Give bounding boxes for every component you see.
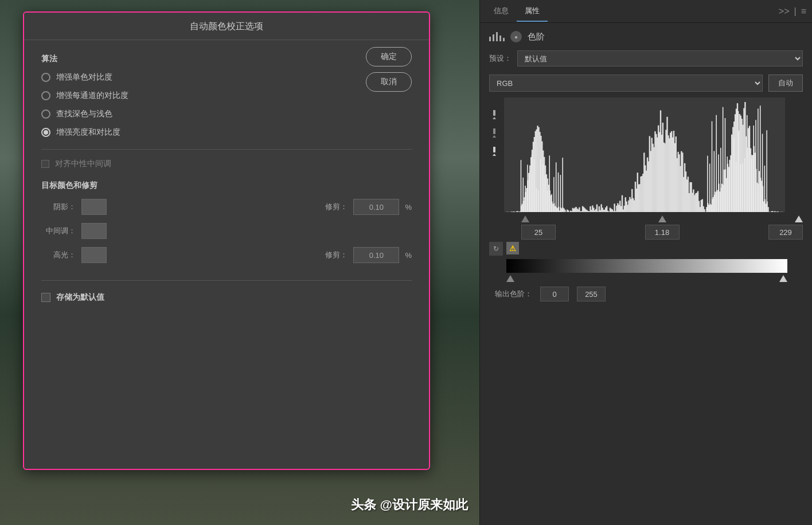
neutral-midtone-checkbox[interactable] (41, 160, 49, 168)
highlight-clip-input[interactable] (353, 247, 399, 263)
right-panel: 信息 属性 >> | ≡ ● 色 (479, 0, 812, 525)
svg-rect-4 (493, 147, 495, 152)
eyedropper-tools (489, 97, 499, 156)
white-eyedropper-icon (489, 146, 499, 156)
black-point-eyedropper[interactable] (489, 109, 499, 119)
radio-circle-0 (41, 73, 50, 82)
save-default-label: 存储为默认值 (56, 292, 104, 303)
tab-icons: >> | ≡ (779, 6, 806, 17)
highlight-label: 高光： (41, 250, 76, 260)
shadow-clip-input[interactable] (353, 199, 399, 215)
dialog-body: 确定 取消 算法 增强单色对比度 增强每通道的对比度 (24, 40, 429, 320)
panel-tabs: 信息 属性 >> | ≡ (480, 0, 812, 23)
dialog-title: 自动颜色校正选项 (24, 13, 429, 40)
radio-item-2[interactable]: 查找深色与浅色 (41, 109, 412, 119)
target-section-header: 目标颜色和修剪 (41, 181, 412, 191)
refresh-icon: ↻ (493, 245, 499, 253)
histogram-section (489, 97, 803, 242)
white-point-eyedropper[interactable] (489, 146, 499, 156)
white-input-slider[interactable] (795, 216, 803, 222)
midtone-label: 中间调： (41, 226, 76, 236)
save-default-row[interactable]: 存储为默认值 (41, 280, 412, 303)
menu-icon[interactable]: ≡ (801, 6, 806, 17)
radio-label-2: 查找深色与浅色 (56, 109, 112, 119)
gray-point-eyedropper[interactable] (489, 127, 499, 138)
black-eyedropper-icon (489, 109, 499, 119)
svg-rect-0 (493, 110, 495, 116)
neutral-midtone-row[interactable]: 对齐中性中间调 (41, 159, 412, 169)
shadow-percent: % (405, 203, 412, 211)
shadow-row: 阴影： 修剪： % (41, 199, 412, 215)
panel-content: ● 色阶 预设： 默认值 RGB 自动 (480, 23, 812, 525)
svg-marker-5 (493, 154, 496, 156)
ok-button[interactable]: 确定 (366, 47, 412, 66)
svg-marker-3 (493, 135, 496, 138)
shadow-color-swatch[interactable] (81, 199, 107, 215)
output-row: 输出色阶： (489, 282, 803, 301)
tab-info[interactable]: 信息 (486, 1, 517, 22)
auto-button[interactable]: 自动 (768, 75, 803, 92)
circle-inner: ● (514, 34, 518, 40)
preset-row: 预设： 默认值 (489, 50, 803, 66)
radio-label-1: 增强每通道的对比度 (56, 91, 128, 101)
output-label: 输出色阶： (495, 289, 532, 299)
bar4 (499, 36, 501, 41)
radio-item-3[interactable]: 增强亮度和对比度 (41, 127, 412, 138)
midtone-color-swatch[interactable] (81, 223, 107, 239)
expand-icon[interactable]: >> (779, 6, 790, 17)
highlight-row: 高光： 修剪： % (41, 247, 412, 263)
radio-circle-3 (41, 128, 50, 137)
highlight-color-swatch[interactable] (81, 247, 107, 263)
radio-circle-2 (41, 109, 50, 119)
left-area: 自动颜色校正选项 确定 取消 算法 增强单色对比度 增强每通道的对 (0, 0, 479, 525)
radio-label-3: 增强亮度和对比度 (56, 127, 120, 138)
shadow-clip-label: 修剪： (325, 202, 348, 212)
svg-marker-1 (493, 117, 496, 119)
bar5 (503, 38, 505, 41)
radio-label-0: 增强单色对比度 (56, 72, 112, 83)
input-values (504, 222, 803, 242)
action-buttons: 确定 取消 (366, 47, 412, 92)
black-output-slider[interactable] (506, 275, 514, 282)
histogram-canvas (504, 97, 785, 212)
levels-header: ● 色阶 (489, 31, 803, 42)
auto-color-dialog: 自动颜色校正选项 确定 取消 算法 增强单色对比度 增强每通道的对 (23, 11, 430, 470)
histogram-icon (489, 32, 505, 41)
mid-input-slider[interactable] (658, 216, 666, 222)
circle-icon: ● (510, 31, 522, 42)
histogram-wrapper (504, 97, 803, 242)
white-point-input[interactable] (768, 225, 803, 240)
output-sliders (489, 274, 787, 282)
preset-select[interactable]: 默认值 (517, 50, 803, 66)
tab-properties[interactable]: 属性 (517, 1, 548, 22)
bar1 (489, 37, 491, 41)
gray-eyedropper-icon (489, 127, 499, 138)
svg-rect-2 (493, 128, 495, 134)
midtone-row: 中间调： (41, 223, 412, 239)
alert-triangle-icon: ⚠ (509, 244, 516, 253)
output-black-input[interactable] (540, 287, 569, 301)
warning-row: ↻ ⚠ (489, 242, 803, 256)
mid-point-input[interactable] (645, 225, 680, 240)
divider-1 (41, 149, 412, 150)
target-section: 目标颜色和修剪 阴影： 修剪： % 中间调： (41, 181, 412, 263)
output-white-input[interactable] (577, 287, 606, 301)
radio-item-1[interactable]: 增强每通道的对比度 (41, 91, 412, 101)
highlight-clip-label: 修剪： (325, 250, 348, 260)
levels-title: 色阶 (528, 32, 545, 42)
warning-icon: ⚠ (506, 242, 519, 254)
cancel-button[interactable]: 取消 (366, 72, 412, 92)
histogram-refresh-icon[interactable]: ↻ (489, 242, 503, 256)
black-point-input[interactable] (521, 225, 556, 240)
shadow-label: 阴影： (41, 202, 76, 212)
save-default-checkbox[interactable] (41, 293, 50, 302)
highlight-percent: % (405, 251, 412, 260)
channel-select[interactable]: RGB (489, 75, 763, 92)
black-input-slider[interactable] (521, 216, 529, 222)
radio-circle-1 (41, 91, 50, 100)
watermark: 头条 @设计原来如此 (351, 496, 468, 514)
white-output-slider[interactable] (779, 275, 787, 282)
algorithm-section-header: 算法 (41, 54, 412, 64)
radio-item-0[interactable]: 增强单色对比度 (41, 72, 412, 83)
bar3 (496, 32, 498, 41)
